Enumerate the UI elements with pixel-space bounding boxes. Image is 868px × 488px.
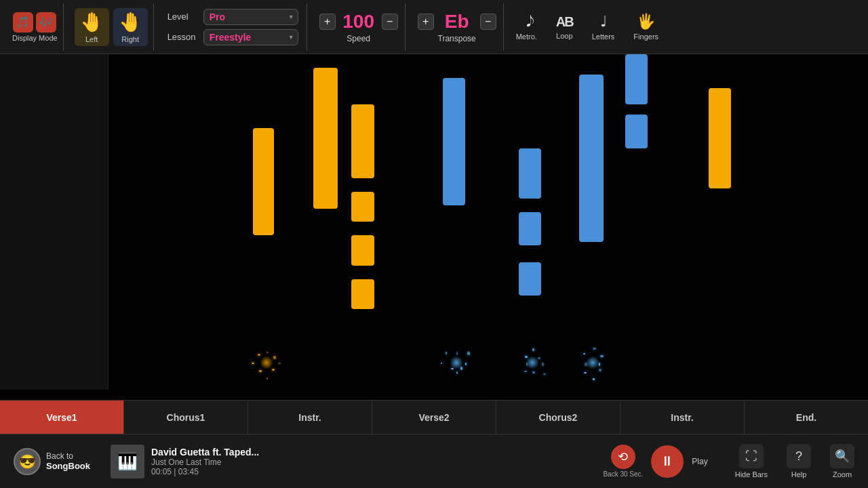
songbook-text: Back to SongBook	[46, 451, 90, 471]
sparkle-particle	[593, 348, 596, 350]
sparkle-particle	[273, 356, 276, 359]
metro-button[interactable]: 𝅘𝅥𝅮 Metro.	[509, 9, 544, 45]
section-item-chorus1[interactable]: Chorus1	[124, 401, 248, 434]
transpose-minus-button[interactable]: −	[480, 14, 496, 30]
back30-icon: ⟲	[611, 445, 635, 469]
note	[351, 279, 374, 310]
level-lesson-section: Level Pro Easy Medium Lesson Freestyle L…	[159, 3, 307, 51]
sparkle-particle	[278, 363, 281, 364]
song-title: David Guetta ft. Taped...	[151, 447, 259, 458]
fingers-icon: 🖐	[637, 13, 655, 30]
level-select[interactable]: Pro Easy Medium	[203, 9, 298, 25]
sparkle-particle	[467, 352, 470, 354]
note	[579, 75, 604, 243]
song-time: 00:05 | 03:45	[151, 467, 259, 476]
left-hand-icon: 🤚	[80, 11, 104, 33]
back-to-songbook-button[interactable]: 😎 Back to SongBook	[7, 444, 97, 479]
loop-button[interactable]: AB Loop	[549, 10, 580, 44]
sparkle-particle	[532, 348, 534, 351]
songbook-label: SongBook	[46, 461, 90, 471]
letters-button[interactable]: ♩ Letters	[585, 9, 622, 45]
sparkle-particle	[599, 369, 601, 371]
note	[519, 262, 542, 296]
speed-plus-button[interactable]: +	[319, 14, 336, 30]
sparkle-effect	[443, 342, 470, 383]
sparkle-particle	[259, 370, 262, 372]
sparkle-particle	[593, 378, 594, 380]
note	[625, 54, 648, 104]
hide-bars-button[interactable]: ⛶ Hide Bars	[728, 441, 774, 481]
section-item-instr1[interactable]: Instr.	[248, 401, 372, 434]
letters-label: Letters	[592, 33, 615, 41]
back30-label: Back 30 Sec.	[603, 470, 643, 478]
play-label: Play	[692, 457, 707, 466]
pause-icon: ⏸	[660, 453, 674, 469]
sparkle-particle	[600, 355, 604, 357]
right-controls: ⛶ Hide Bars ? Help 🔍 Zoom	[728, 441, 861, 481]
sparkle-particle	[465, 363, 467, 365]
transpose-label: Transpose	[438, 34, 476, 43]
display-mode-section: 🎵 🎶 Display Mode	[7, 3, 64, 51]
note	[313, 68, 338, 209]
display-mode-button[interactable]: 🎵 🎶 Display Mode	[12, 12, 58, 42]
note	[709, 88, 732, 189]
song-thumbnail: 🎹	[111, 445, 144, 479]
sparkle-particle	[258, 354, 260, 356]
pause-button[interactable]: ⏸	[651, 445, 684, 478]
display-mode-label: Display Mode	[12, 34, 58, 42]
fingers-label: Fingers	[633, 33, 658, 41]
sparkle-particle	[446, 352, 447, 354]
right-hand-icon: 🤚	[119, 11, 142, 33]
speed-label: Speed	[347, 34, 370, 43]
sparkle-particle	[543, 373, 547, 375]
back30-button[interactable]: ⟲ Back 30 Sec.	[603, 445, 643, 478]
sparkle-glow	[260, 356, 273, 369]
right-hand-button[interactable]: 🤚 Right	[113, 8, 148, 46]
sparkle-particle	[532, 371, 535, 373]
zoom-icon: 🔍	[830, 444, 854, 468]
letters-icon: ♩	[600, 13, 607, 30]
sparkle-effect	[253, 342, 280, 383]
loop-icon: AB	[556, 14, 573, 30]
fingers-button[interactable]: 🖐 Fingers	[627, 9, 665, 45]
playback-controls: ⟲ Back 30 Sec. ⏸ Play	[603, 445, 707, 478]
bottom-toolbar: 😎 Back to SongBook 🎹 David Guetta ft. Ta…	[0, 434, 868, 488]
sparkle-particle	[441, 363, 442, 364]
loop-label: Loop	[556, 32, 572, 40]
hide-bars-icon: ⛶	[739, 444, 764, 468]
note	[351, 104, 374, 178]
sparkle-glow	[586, 356, 599, 369]
lesson-select[interactable]: Freestyle Lesson 1 Lesson 2	[203, 29, 298, 45]
sparkle-particle	[252, 363, 255, 364]
main-toolbar: 🎵 🎶 Display Mode 🤚 Left 🤚 Right Level Pr…	[0, 0, 868, 54]
section-item-verse1[interactable]: Verse1	[0, 401, 124, 434]
sparkle-particle	[583, 353, 585, 354]
help-button[interactable]: ? Help	[780, 441, 818, 481]
section-item-chorus2[interactable]: Chorus2	[496, 401, 620, 434]
left-hand-button[interactable]: 🤚 Left	[75, 8, 109, 46]
sparkle-particle	[456, 371, 458, 373]
help-label: Help	[791, 470, 807, 479]
section-item-end[interactable]: End.	[745, 401, 868, 434]
section-item-instr2[interactable]: Instr.	[620, 401, 745, 434]
sparkle-particle	[456, 352, 458, 355]
left-hand-label: Left	[85, 35, 98, 43]
sparkle-glow	[526, 356, 539, 369]
level-label: Level	[167, 12, 198, 22]
note	[253, 128, 274, 235]
speed-minus-button[interactable]: −	[382, 14, 398, 30]
note	[519, 212, 542, 246]
note	[351, 235, 374, 266]
transpose-plus-button[interactable]: +	[418, 14, 434, 30]
avatar-icon: 😎	[19, 453, 36, 470]
sparkle-effect	[519, 342, 546, 383]
sparkle-particle	[542, 363, 544, 366]
section-item-verse2[interactable]: Verse2	[372, 401, 496, 434]
zoom-button[interactable]: 🔍 Zoom	[823, 441, 861, 481]
hands-section: 🤚 Left 🤚 Right	[69, 3, 154, 51]
sparkle-particle	[267, 378, 268, 380]
note	[443, 78, 466, 205]
sparkle-particle	[524, 371, 527, 372]
left-panel	[0, 54, 108, 390]
speed-value: 100	[338, 11, 379, 33]
